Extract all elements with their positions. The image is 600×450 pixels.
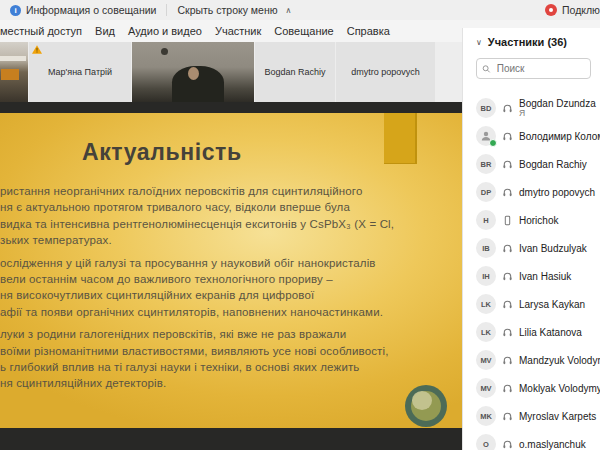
slide-decoration-circle-highlight xyxy=(412,391,432,410)
avatar: MV xyxy=(476,350,496,370)
video-tile-bogdan-rachiy[interactable]: Bogdan Rachiy xyxy=(255,42,335,102)
wall-clock-shape xyxy=(161,48,168,55)
presentation-slide: Актуальність ристання неорганічних галої… xyxy=(0,113,462,428)
participant-row[interactable]: H Horichok xyxy=(476,206,600,234)
headset-icon xyxy=(502,411,513,422)
participant-name: Moklyak Volodymyr xyxy=(519,383,600,394)
participant-tile-name: dmytro popovych xyxy=(351,67,420,77)
participant-row[interactable]: MV Mandzyuk Volodymyr xyxy=(476,346,600,374)
shared-screen-area: Актуальність ристання неорганічних галої… xyxy=(0,102,462,450)
avatar: LK xyxy=(476,322,496,342)
participant-name: Mandzyuk Volodymyr xyxy=(519,355,600,366)
avatar: MK xyxy=(476,406,496,426)
participant-name: Myroslav Karpets xyxy=(519,411,596,422)
meeting-info-button[interactable]: i Информация о совещании xyxy=(0,4,156,16)
video-tile-room[interactable] xyxy=(0,42,28,102)
menu-item-audio-video[interactable]: Аудио и видео xyxy=(128,25,202,37)
headset-icon xyxy=(502,299,513,310)
participant-tile-name: Мар'яна Патрій xyxy=(48,67,112,77)
chevron-down-icon: ∨ xyxy=(476,38,482,47)
meeting-top-bar: i Информация о совещании Скрыть строку м… xyxy=(0,0,600,20)
participants-list: BD Bogdan Dzundza Я Володимир Коломієць … xyxy=(476,94,600,450)
slide-paragraph: ослідження у цій галузі та просування у … xyxy=(0,255,452,321)
participants-title: Участники (36) xyxy=(488,36,567,48)
person-icon-avatar xyxy=(476,126,496,146)
participant-name: Larysa Kaykan xyxy=(519,299,585,310)
room-shelf-shape xyxy=(0,56,26,61)
participant-subtitle: Я xyxy=(519,109,596,118)
headset-icon xyxy=(502,271,513,282)
connect-audio-button[interactable]: Подклю xyxy=(545,4,600,16)
status-dot xyxy=(489,139,497,147)
headset-icon xyxy=(502,439,513,450)
topbar-divider xyxy=(166,4,167,16)
slide-paragraph: ристання неорганічних галоїдних перовскі… xyxy=(0,183,452,249)
participant-row[interactable]: Володимир Коломієць xyxy=(476,122,600,150)
headset-icon xyxy=(502,383,513,394)
slide-text-line: ристання неорганічних галоїдних перовскі… xyxy=(0,183,452,199)
slide-decoration-circle xyxy=(405,385,447,427)
hide-menu-button[interactable]: Скрыть строку меню ∧ xyxy=(177,4,291,16)
headset-icon xyxy=(502,131,513,142)
connect-label: Подклю xyxy=(562,4,600,16)
headset-icon xyxy=(502,103,513,114)
menu-item-help[interactable]: Справка xyxy=(347,25,390,37)
hide-menu-label: Скрыть строку меню xyxy=(177,4,277,16)
video-tile-webcam[interactable] xyxy=(132,42,254,102)
avatar: O xyxy=(476,434,496,450)
participant-name: Володимир Коломієць xyxy=(519,131,600,142)
video-thumbnail-strip: Мар'яна Патрій Bogdan Rachiy dmytro popo… xyxy=(0,42,462,102)
participant-name: Ivan Hasiuk xyxy=(519,271,571,282)
menu-item-meeting[interactable]: Совещание xyxy=(274,25,333,37)
participant-tile-name: Bogdan Rachiy xyxy=(264,67,325,77)
participant-row[interactable]: MK Myroslav Karpets xyxy=(476,402,600,430)
participant-row[interactable]: LK Larysa Kaykan xyxy=(476,290,600,318)
participant-row[interactable]: DP dmytro popovych xyxy=(476,178,600,206)
headset-icon xyxy=(502,327,513,338)
headset-icon xyxy=(502,243,513,254)
menu-item-shared-access[interactable]: местный доступ xyxy=(0,25,82,37)
participant-row[interactable]: BR Bogdan Rachiy xyxy=(476,150,600,178)
avatar: IH xyxy=(476,266,496,286)
participant-name: dmytro popovych xyxy=(519,187,595,198)
slide-text-line: воїми різноманітними властивостями, вияв… xyxy=(0,343,452,359)
slide-text-line: вели останнім часом до важливого техноло… xyxy=(0,271,452,287)
participant-row[interactable]: O o.maslyanchuk xyxy=(476,430,600,450)
warning-icon xyxy=(32,45,42,54)
participant-name: Ivan Budzulyak xyxy=(519,243,587,254)
participant-name: Bogdan Dzundza xyxy=(519,98,596,109)
participant-name: Lilia Katanova xyxy=(519,327,582,338)
headset-icon xyxy=(502,187,513,198)
video-tile-maryana-patriy[interactable]: Мар'яна Патрій xyxy=(29,42,131,102)
avatar: BD xyxy=(476,98,496,118)
participants-header[interactable]: ∨ Участники (36) xyxy=(476,36,567,48)
participant-row[interactable]: LK Lilia Katanova xyxy=(476,318,600,346)
slide-text-line: луки з родини галогенідних перовскітів, … xyxy=(0,326,452,342)
menu-item-participant[interactable]: Участник xyxy=(215,25,261,37)
room-equipment-shape xyxy=(1,69,19,80)
record-icon xyxy=(545,4,557,16)
avatar: H xyxy=(476,210,496,230)
participant-row[interactable]: BD Bogdan Dzundza Я xyxy=(476,94,600,122)
participants-panel: ∨ Участники (36) BD Bogdan Dzundza Я xyxy=(462,28,600,450)
slide-paragraph: луки з родини галогенідних перовскітів, … xyxy=(0,326,452,392)
avatar: BR xyxy=(476,154,496,174)
headset-icon xyxy=(502,159,513,170)
participant-search-box[interactable] xyxy=(476,58,591,79)
avatar: LK xyxy=(476,294,496,314)
slide-text-line: зьких температурах. xyxy=(0,232,452,248)
slide-text-line: афії та появи органічних сцинтиляторів, … xyxy=(0,304,452,320)
participant-row[interactable]: MV Moklyak Volodymyr xyxy=(476,374,600,402)
search-icon xyxy=(482,64,491,74)
slide-text-line: ь глибокий вплив на ті галузі науки і те… xyxy=(0,359,452,375)
slide-text-line: ослідження у цій галузі та просування у … xyxy=(0,255,452,271)
participant-row[interactable]: IB Ivan Budzulyak xyxy=(476,234,600,262)
slide-text-line: ня є актуальною протягом тривалого часу,… xyxy=(0,199,452,215)
participant-row[interactable]: IH Ivan Hasiuk xyxy=(476,262,600,290)
slide-accent-rectangle xyxy=(384,113,417,164)
slide-title: Актуальність xyxy=(82,139,242,166)
menu-item-view[interactable]: Вид xyxy=(95,25,115,37)
video-tile-dmytro-popovych[interactable]: dmytro popovych xyxy=(336,42,435,102)
avatar: DP xyxy=(476,182,496,202)
search-input[interactable] xyxy=(495,62,585,75)
